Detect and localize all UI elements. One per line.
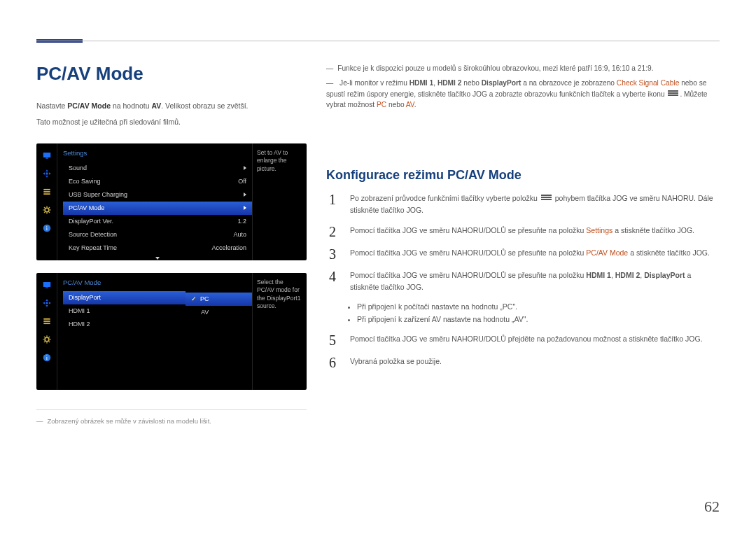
info-icon: i [41,351,53,364]
osd-panel-settings: i Settings Sound Eco SavingOff USB Super… [36,143,307,260]
info-icon: i [41,222,53,234]
label: DisplayPort Ver. [69,218,113,225]
svg-point-6 [45,208,49,212]
t: Pomocí tlačítka JOG ve směru NAHORU/DOLŮ… [350,271,586,279]
row-eco: Eco SavingOff [63,175,252,188]
manual-page: PC/AV Mode Nastavte PC/AV Mode na hodnot… [0,0,756,534]
osd-subpanels: PC/AV Mode DisplayPort HDMI 1 HDMI 2 ✓PC… [57,273,252,390]
b: HDMI 1 [586,271,611,279]
step-1: 1 Po zobrazení průvodce funkčními tlačít… [326,192,720,216]
svg-rect-9 [43,282,50,287]
row-pcav: PC/AV Mode [63,202,252,215]
adjust-icon [41,167,53,180]
source-hdmi2: HDMI 2 [63,318,186,331]
top-note-1: Funkce je k dispozici pouze u modelů s š… [326,63,720,74]
t: a na obrazovce je zobrazeno [521,79,617,87]
t: nebo [386,101,406,108]
gear-icon [41,204,53,216]
svg-rect-1 [46,157,48,158]
svg-rect-0 [43,153,50,157]
b: HDMI 2 [438,79,462,87]
label: Key Repeat Time [69,244,117,251]
osd-title: PC/AV Mode [63,279,186,286]
text: Nastavte [36,101,67,110]
menu-icon [668,90,678,97]
step-4: 4 Pomocí tlačítka JOG ve směru NAHORU/DO… [326,269,720,293]
row-usb: USB Super Charging [63,188,252,202]
mode-pc: ✓PC [186,293,252,306]
text: . Velikost obrazu se zvětší. [161,101,248,110]
page-title: PC/AV Mode [36,63,307,85]
footnote: Zobrazený obrázek se může v závislosti n… [36,417,307,425]
intro-line-1: Nastavte PC/AV Mode na hodnotu AV. Velik… [36,100,307,112]
monitor-icon [41,279,53,291]
page-number: 62 [704,498,720,516]
osd-panel-pcav: i PC/AV Mode DisplayPort HDMI 1 HDMI 2 ✓… [36,273,307,390]
label: PC/AV Mode [69,204,104,211]
b: DisplayPort [644,271,685,279]
svg-rect-10 [46,287,48,288]
source-hdmi1: HDMI 1 [63,304,186,318]
label: HDMI 2 [69,321,90,328]
svg-point-2 [46,172,48,175]
t: Pomocí tlačítka JOG ve směru NAHORU/DOLŮ… [350,248,586,257]
row-sound: Sound [63,162,252,175]
accent: Settings [586,226,612,234]
label: Eco Saving [69,178,101,185]
svg-rect-3 [43,189,50,190]
step-number: 5 [326,333,339,347]
step-text: Vybraná položka se použije. [350,356,720,370]
label: Sound [69,164,87,171]
av-bold: AV [151,101,161,110]
t: a stiskněte tlačítko JOG. [612,226,694,234]
top-note-2: Je-li monitor v režimu HDMI 1, HDMI 2 ne… [326,78,720,111]
step-text: Po zobrazení průvodce funkčními tlačítky… [350,192,720,216]
osd-menu: Settings Sound Eco SavingOff USB Super C… [57,143,252,260]
osd-sources: PC/AV Mode DisplayPort HDMI 1 HDMI 2 [57,273,186,390]
text: na hodnotu [111,101,151,110]
accent: AV [406,101,414,108]
osd-modes: ✓PC AV [186,273,252,390]
row-keyrepeat: Key Repeat TimeAcceleration [63,241,252,255]
chevron-right-icon [244,166,246,170]
accent: PC [377,101,386,108]
step-2: 2 Pomocí tlačítka JOG ve směru NAHORU/DO… [326,225,720,239]
b: DisplayPort [482,79,522,87]
header-rule [36,41,720,41]
label: DisplayPort [69,294,101,301]
left-column: PC/AV Mode Nastavte PC/AV Mode na hodnot… [36,63,307,425]
step-text: Pomocí tlačítka JOG ve směru NAHORU/DOLŮ… [350,225,720,239]
value: Auto [233,231,246,238]
chevron-right-icon [244,192,246,197]
step-text: Pomocí tlačítka JOG ve směru NAHORU/DOLŮ… [350,269,720,293]
step-number: 3 [326,247,339,261]
b: HDMI 1 [410,79,434,87]
step-number: 6 [326,356,339,370]
list-icon [41,185,53,198]
step-bullets: Při připojení k počítači nastavte na hod… [326,301,720,326]
chevron-right-icon [244,206,246,210]
accent: PC/AV Mode [586,248,628,257]
t: Po zobrazení průvodce funkčními tlačítky… [350,194,540,202]
intro-line-2: Tato možnost je užitečná při sledování f… [36,116,307,128]
list-icon [41,315,53,328]
svg-point-15 [45,337,49,342]
value: Acceleration [211,244,246,251]
svg-rect-5 [43,193,50,195]
section-heading: Konfigurace režimu PC/AV Mode [326,168,720,183]
b: HDMI 2 [615,271,640,279]
step-6: 6 Vybraná položka se použije. [326,356,720,370]
osd-sidebar-icons: i [36,143,57,260]
step-5: 5 Pomocí tlačítka JOG ve směru NAHORU/DO… [326,333,720,347]
svg-rect-4 [43,191,50,192]
step-number: 2 [326,225,339,239]
mode-av: AV [186,306,252,319]
value: Off [238,178,246,185]
accent: Check Signal Cable [617,79,679,87]
value: 1.2 [237,218,246,225]
gear-icon [41,333,53,346]
t: a stiskněte tlačítko JOG. [628,248,710,257]
divider [36,409,307,410]
svg-rect-12 [43,318,50,320]
right-column: Funkce je k dispozici pouze u modelů s š… [326,63,720,425]
